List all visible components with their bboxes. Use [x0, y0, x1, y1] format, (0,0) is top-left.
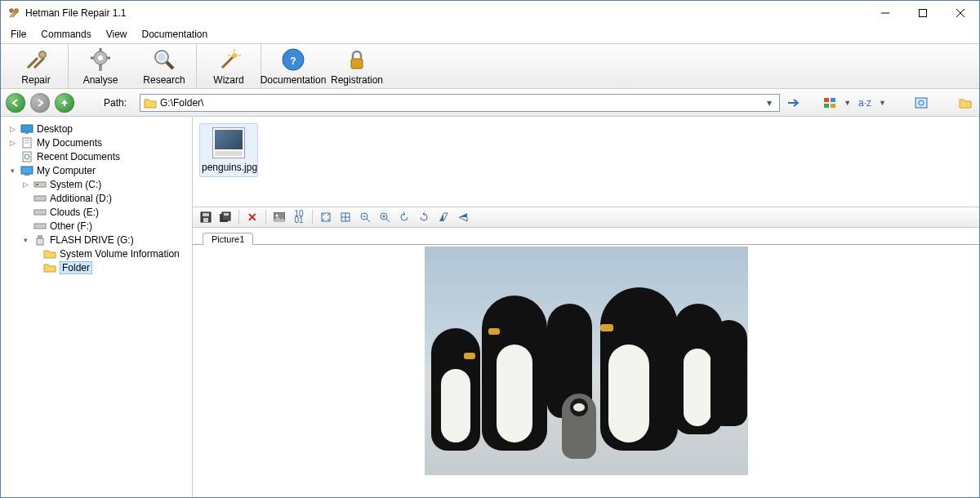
- window-controls: [866, 1, 979, 25]
- path-field[interactable]: ▾: [140, 94, 780, 112]
- preview-image: [425, 247, 748, 475]
- tree-my-documents[interactable]: ▷My Documents: [4, 136, 189, 149]
- svg-rect-54: [224, 213, 229, 216]
- recent-icon: [20, 151, 33, 162]
- explorer-button[interactable]: [956, 94, 974, 112]
- menu-documentation[interactable]: Documentation: [136, 27, 215, 42]
- rotate-right-icon[interactable]: [416, 209, 432, 225]
- gear-icon: [87, 47, 114, 73]
- svg-text:a·z: a·z: [858, 97, 871, 109]
- menu-view[interactable]: View: [100, 27, 134, 42]
- tree-other-f[interactable]: Other (F:): [4, 219, 189, 233]
- back-button[interactable]: [6, 93, 25, 113]
- svg-line-15: [167, 62, 173, 69]
- folder-icon: [144, 97, 157, 109]
- file-item-penguins[interactable]: penguins.jpg: [199, 123, 258, 177]
- menu-commands[interactable]: Commands: [34, 27, 97, 42]
- maximize-button[interactable]: [904, 1, 942, 25]
- svg-rect-3: [920, 10, 927, 17]
- registration-button[interactable]: Registration: [325, 47, 389, 86]
- folder-icon: [43, 262, 56, 273]
- preview-toggle-button[interactable]: [912, 94, 930, 112]
- forward-button[interactable]: [30, 93, 50, 113]
- svg-rect-46: [34, 224, 46, 229]
- save-icon[interactable]: [198, 209, 214, 225]
- svg-rect-29: [831, 104, 835, 108]
- svg-point-0: [15, 9, 18, 12]
- tree-my-computer[interactable]: ▾My Computer: [4, 163, 189, 177]
- image-icon[interactable]: [271, 209, 287, 225]
- svg-rect-44: [34, 196, 46, 201]
- view-icons-button[interactable]: [821, 94, 839, 112]
- wizard-button[interactable]: Wizard: [197, 44, 261, 88]
- tree-system-c[interactable]: ▷System (C:): [4, 177, 189, 191]
- flip-horizontal-icon[interactable]: [455, 209, 471, 225]
- svg-rect-24: [351, 59, 363, 69]
- delete-icon[interactable]: ✕: [244, 209, 261, 225]
- fit-icon[interactable]: [318, 209, 334, 225]
- documents-icon: [20, 137, 33, 149]
- tree-folder[interactable]: Folder: [4, 260, 189, 274]
- documentation-button[interactable]: ? Documentation: [261, 47, 325, 86]
- drive-icon: [33, 179, 47, 190]
- tree-sys-vol-info[interactable]: System Volume Information: [4, 247, 189, 260]
- svg-rect-31: [915, 98, 927, 108]
- svg-rect-28: [824, 104, 829, 108]
- file-list[interactable]: penguins.jpg: [193, 117, 979, 207]
- svg-rect-50: [203, 213, 209, 216]
- sort-button[interactable]: a·z: [856, 94, 874, 112]
- drive-icon: [33, 220, 47, 232]
- drive-icon: [33, 207, 47, 218]
- wand-icon: [216, 47, 242, 73]
- svg-rect-25: [64, 103, 65, 106]
- svg-rect-45: [34, 210, 46, 215]
- tree-flash-drive-g[interactable]: ▾FLASH DRIVE (G:): [4, 233, 189, 247]
- svg-point-1: [10, 9, 13, 12]
- tree-recent-documents[interactable]: Recent Documents: [4, 149, 189, 163]
- tree-clouds-e[interactable]: Clouds (E:): [4, 205, 189, 219]
- tab-picture1[interactable]: Picture1: [203, 233, 253, 245]
- wrench-icon: [23, 47, 49, 73]
- zoom-in-icon[interactable]: [376, 209, 393, 225]
- usb-drive-icon: [33, 234, 47, 246]
- minimize-button[interactable]: [866, 1, 904, 25]
- wizard-label: Wizard: [213, 74, 243, 86]
- zoom-out-icon[interactable]: [357, 209, 373, 225]
- svg-point-8: [98, 56, 103, 60]
- folder-tree[interactable]: ▷Desktop ▷My Documents Recent Documents …: [1, 117, 193, 497]
- svg-text:?: ?: [290, 56, 296, 67]
- go-button[interactable]: [785, 94, 803, 112]
- menu-bar: File Commands View Documentation: [1, 25, 979, 43]
- desktop-icon: [20, 123, 33, 135]
- research-button[interactable]: Research: [132, 44, 196, 88]
- path-input[interactable]: [160, 97, 760, 109]
- actual-size-icon[interactable]: [337, 209, 354, 225]
- binary-icon[interactable]: 1001: [291, 209, 307, 225]
- folder-icon: [43, 248, 56, 260]
- menu-file[interactable]: File: [4, 27, 33, 42]
- chevron-down-icon[interactable]: ▼: [879, 99, 886, 107]
- flip-vertical-icon[interactable]: [435, 209, 452, 225]
- preview-tabs: Picture1: [193, 228, 979, 244]
- rotate-left-icon[interactable]: [396, 209, 412, 225]
- svg-point-18: [232, 53, 237, 58]
- path-label: Path:: [104, 97, 127, 109]
- svg-rect-34: [25, 132, 29, 134]
- save-all-icon[interactable]: [217, 209, 234, 225]
- help-icon: ?: [280, 47, 306, 73]
- path-dropdown-icon[interactable]: ▾: [763, 97, 776, 109]
- svg-rect-33: [21, 125, 33, 132]
- svg-rect-40: [21, 167, 33, 174]
- svg-rect-51: [203, 218, 208, 222]
- tree-additional-d[interactable]: Additional (D:): [4, 191, 189, 205]
- image-thumbnail-icon: [212, 127, 245, 158]
- repair-button[interactable]: Repair: [4, 44, 68, 88]
- repair-label: Repair: [21, 74, 50, 86]
- close-button[interactable]: [942, 1, 979, 25]
- title-bar: Hetman File Repair 1.1: [1, 1, 979, 25]
- chevron-down-icon[interactable]: ▼: [844, 99, 851, 107]
- up-button[interactable]: [55, 93, 74, 113]
- analyse-button[interactable]: Analyse: [69, 44, 132, 88]
- svg-rect-41: [24, 174, 29, 176]
- tree-desktop[interactable]: ▷Desktop: [4, 122, 189, 136]
